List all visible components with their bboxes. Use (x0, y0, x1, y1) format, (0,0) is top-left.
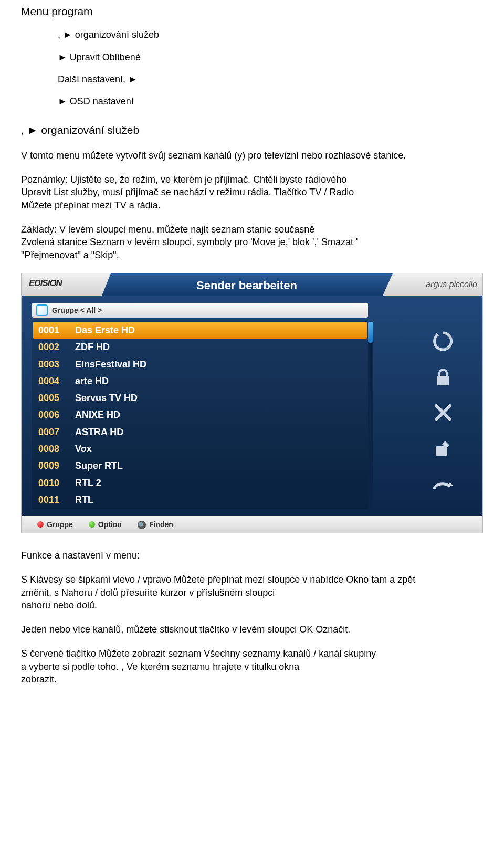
text-line: Upravit List služby, musí přijímač se na… (21, 186, 483, 198)
group-icon (36, 304, 48, 316)
action-icon-column (409, 303, 477, 511)
channel-row[interactable]: 0009Super RTL (33, 457, 367, 474)
channel-number: 0010 (38, 477, 75, 489)
text-line: Poznámky: Ujistěte se, že režim, ve kter… (21, 173, 483, 186)
channel-number: 0002 (38, 341, 75, 353)
channel-row[interactable]: 0007ASTRA HD (33, 424, 367, 440)
red-dot-icon (37, 521, 44, 528)
channel-number: 0011 (38, 493, 75, 506)
text-line: a vyberte si podle toho. , Ve kterém sez… (21, 660, 483, 673)
device-screenshot: EDISION Sender bearbeiten argus piccollo… (21, 273, 483, 533)
paragraph: S červené tlačítko Můžete zobrazit sezna… (21, 647, 483, 686)
channel-number: 0007 (38, 426, 75, 438)
footer-red-button[interactable]: Gruppe (37, 520, 73, 530)
scrollbar[interactable] (368, 322, 373, 508)
channel-row[interactable]: 0002ZDF HD (33, 339, 367, 355)
channel-name: ANIXE HD (75, 408, 120, 421)
menu-line: ► Upravit Oblíbené (58, 51, 483, 64)
channel-number: 0003 (38, 358, 75, 371)
channel-name: Vox (75, 443, 92, 455)
paragraph: Funkce a nastavení v menu: (21, 549, 483, 562)
group-label: Gruppe < All > (52, 306, 102, 315)
text-line: zobrazit. (21, 673, 483, 686)
device-body: Gruppe < All > 0001Das Erste HD0002ZDF H… (22, 296, 482, 516)
channel-name: arte HD (75, 375, 109, 387)
footer-green-button[interactable]: Option (89, 520, 122, 530)
channel-name: EinsFestival HD (75, 358, 146, 371)
channel-row[interactable]: 0011RTL (33, 491, 367, 508)
channel-name: ASTRA HD (75, 426, 123, 438)
text-line: Můžete přepínat mezi TV a rádia. (21, 199, 483, 212)
channel-number: 0001 (38, 324, 75, 336)
text-line: změnit, s Nahoru / dolů přesuňte kurzor … (21, 586, 483, 599)
group-selector[interactable]: Gruppe < All > (32, 303, 368, 318)
channel-number: 0004 (38, 375, 75, 387)
channel-row[interactable]: 0003EinsFestival HD (33, 356, 367, 373)
menu-line: ► OSD nastavení (58, 95, 483, 108)
footer-red-label: Gruppe (47, 520, 73, 529)
text-line: nahoru nebo dolů. (21, 599, 483, 612)
channel-list[interactable]: 0001Das Erste HD0002ZDF HD0003EinsFestiv… (32, 321, 368, 509)
lock-icon[interactable] (431, 365, 455, 389)
channel-number: 0009 (38, 459, 75, 472)
move-icon[interactable] (431, 329, 455, 353)
device-header: EDISION Sender bearbeiten argus piccollo (22, 273, 482, 296)
paragraph: S Klávesy se šipkami vlevo / vpravo Může… (21, 573, 483, 612)
paragraph: Základy: V levém sloupci menu, můžete na… (21, 223, 483, 261)
text-line: Zvolená stanice Seznam v levém sloupci, … (21, 236, 483, 248)
section-heading: , ► organizování služeb (21, 123, 483, 138)
rename-icon[interactable] (431, 436, 455, 460)
footer-search-label: Finden (149, 520, 173, 529)
text-line: S červené tlačítko Můžete zobrazit sezna… (21, 647, 483, 660)
screen-title: Sender bearbeiten (111, 273, 383, 296)
svg-rect-0 (437, 376, 449, 385)
channel-number: 0005 (38, 392, 75, 404)
delete-icon[interactable] (431, 401, 455, 425)
channel-row[interactable]: 0008Vox (33, 440, 367, 457)
page-title: Menu program (21, 4, 483, 19)
menu-line: Další nastavení, ► (58, 73, 483, 86)
channel-row[interactable]: 0006ANIXE HD (33, 406, 367, 423)
channel-name: Das Erste HD (75, 324, 135, 336)
footer-search-button[interactable]: 🔍Finden (138, 520, 173, 530)
magnifier-icon: 🔍 (138, 521, 146, 529)
channel-name: RTL (75, 493, 93, 506)
green-dot-icon (89, 521, 95, 528)
channel-name: ZDF HD (75, 341, 110, 353)
channel-row[interactable]: 0005Servus TV HD (33, 390, 367, 406)
brand-logo: EDISION (22, 273, 111, 296)
channel-name: Servus TV HD (75, 392, 138, 404)
channel-row[interactable]: 0001Das Erste HD (33, 322, 367, 339)
channel-name: Super RTL (75, 459, 123, 472)
paragraph: V tomto menu můžete vytvořit svůj seznam… (21, 149, 483, 162)
channel-row[interactable]: 0004arte HD (33, 373, 367, 390)
text-line: "Přejmenovat" a "Skip". (21, 249, 483, 261)
channel-row[interactable]: 0010RTL 2 (33, 475, 367, 491)
channel-number: 0008 (38, 443, 75, 455)
text-line: S Klávesy se šipkami vlevo / vpravo Může… (21, 573, 483, 586)
footer-green-label: Option (98, 520, 122, 529)
model-label: argus piccollo (383, 273, 482, 296)
text-line: Základy: V levém sloupci menu, můžete na… (21, 223, 483, 236)
device-footer: Gruppe Option 🔍Finden (22, 516, 482, 533)
paragraph: Poznámky: Ujistěte se, že režim, ve kter… (21, 173, 483, 212)
paragraph: Jeden nebo více kanálů, můžete stisknout… (21, 623, 483, 636)
skip-icon[interactable] (431, 472, 455, 496)
channel-name: RTL 2 (75, 477, 101, 489)
channel-number: 0006 (38, 408, 75, 421)
scroll-thumb[interactable] (368, 322, 373, 343)
menu-line: , ► organizování služeb (58, 28, 483, 41)
